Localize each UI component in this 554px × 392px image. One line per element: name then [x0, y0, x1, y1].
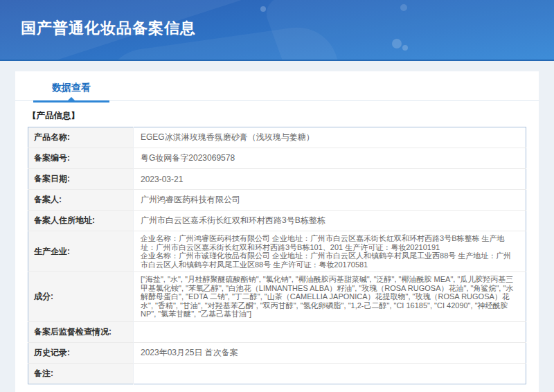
row-label: 备注: [28, 363, 134, 384]
row-label: 备案人住所地址: [28, 211, 134, 231]
table-row: 成分:["海盐", "水", "月桂醇聚醚硫酸酯钠", "氯化钠", "椰油酰胺… [28, 272, 526, 322]
product-info-section-title: 【产品信息】 [28, 110, 526, 122]
banner-decor-circle [400, 4, 407, 11]
row-value: 企业名称：广州鸿睿医药科技有限公司 企业地址：广州市白云区嘉禾街长红双和环村西路… [134, 231, 526, 272]
row-value [134, 363, 526, 384]
row-value: 2023年03月25日 首次备案 [134, 342, 526, 363]
table-row: 历史记录:2023年03月25日 首次备案 [28, 342, 526, 363]
row-label: 成分: [28, 272, 134, 322]
page-banner: 国产普通化妆品备案信息 [0, 0, 554, 61]
row-label: 产品名称: [28, 127, 134, 148]
banner-decor-circle [392, 39, 402, 48]
row-value: 广州市白云区嘉禾街长红双和环村西路3号B栋整栋 [134, 211, 526, 231]
row-value: 2023-03-21 [134, 169, 526, 190]
tab-data-view[interactable]: 数据查看 [52, 82, 91, 94]
row-label: 历史记录: [28, 342, 134, 363]
table-row: 备案编号:粤G妆网备字2023069578 [28, 148, 526, 169]
row-value: ["海盐", "水", "月桂醇聚醚硫酸酯钠", "氯化钠", "椰油酰胺丙基甜… [134, 272, 526, 322]
row-label: 备案后监督检查情况: [28, 321, 134, 342]
tab-active-indicator [33, 100, 109, 103]
row-label: 生产企业: [28, 231, 134, 272]
table-row: 备案人住所地址:广州市白云区嘉禾街长红双和环村西路3号B栋整栋 [28, 211, 526, 231]
table-row: 备注: [28, 363, 526, 384]
banner-decor-circle [260, 6, 266, 12]
tab-bar: 数据查看 [15, 71, 539, 101]
table-row: 产品名称:EGEG冰淇淋玫瑰香氛磨砂膏（浅玫瑰与姜糖） [28, 127, 526, 148]
table-row: 生产企业:企业名称：广州鸿睿医药科技有限公司 企业地址：广州市白云区嘉禾街长红双… [28, 231, 526, 272]
product-info-table: 产品名称:EGEG冰淇淋玫瑰香氛磨砂膏（浅玫瑰与姜糖）备案编号:粤G妆网备字20… [28, 127, 526, 384]
table-row: 备案人:广州鸿睿医药科技有限公司 [28, 190, 526, 211]
row-value: EGEG冰淇淋玫瑰香氛磨砂膏（浅玫瑰与姜糖） [134, 127, 526, 148]
content-card: 数据查看 【产品信息】 产品名称:EGEG冰淇淋玫瑰香氛磨砂膏（浅玫瑰与姜糖）备… [15, 71, 539, 392]
row-value [134, 321, 526, 342]
row-value: 粤G妆网备字2023069578 [134, 148, 526, 169]
table-row: 备案日期:2023-03-21 [28, 169, 526, 190]
row-label: 备案编号: [28, 148, 134, 169]
tab-caret-icon [68, 97, 75, 100]
tab-data-view-label: 数据查看 [52, 82, 91, 93]
row-label: 备案人: [28, 190, 134, 211]
row-label: 备案日期: [28, 169, 134, 190]
table-row: 备案后监督检查情况: [28, 321, 526, 342]
banner-decor-circle [402, 45, 408, 51]
row-value: 广州鸿睿医药科技有限公司 [134, 190, 526, 211]
page-title: 国产普通化妆品备案信息 [21, 18, 196, 39]
